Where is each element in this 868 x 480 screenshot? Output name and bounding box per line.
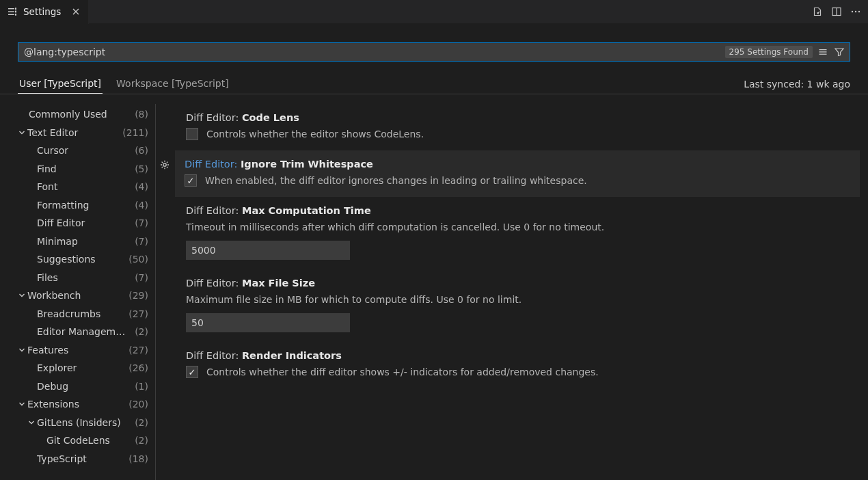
svg-rect-0 (8, 8, 14, 9)
svg-rect-3 (15, 8, 16, 10)
titlebar-actions (812, 6, 868, 17)
toc-label: Text Editor (27, 127, 120, 138)
setting-description: Maximum file size in MB for which to com… (186, 293, 850, 306)
toc-label: Debug (37, 381, 132, 392)
settings-list-icon (7, 6, 18, 17)
toc-count: (26) (128, 362, 148, 373)
checkbox-ignore-trim-whitespace[interactable] (185, 174, 197, 187)
checkbox-code-lens[interactable] (186, 128, 198, 140)
toc-label: Explorer (37, 362, 126, 373)
setting-diff-render-indicators: Diff Editor: Render Indicators Controls … (176, 342, 860, 388)
setting-diff-ignore-trim-whitespace[interactable]: Diff Editor: Ignore Trim Whitespace When… (175, 150, 860, 197)
input-max-computation-time[interactable] (186, 241, 350, 260)
toc-row[interactable]: Suggestions (50) (0, 250, 155, 269)
toc-row[interactable]: Breadcrumbs (27) (0, 305, 155, 323)
toc-count: (2) (135, 326, 148, 337)
toc-row[interactable]: Explorer (26) (0, 359, 155, 377)
toc-label: Font (37, 181, 132, 192)
toc-count: (2) (135, 435, 148, 446)
input-max-file-size[interactable] (186, 313, 350, 332)
svg-rect-4 (15, 11, 16, 13)
svg-point-10 (858, 11, 860, 12)
toc-count: (27) (128, 308, 148, 319)
toc-label: Workbench (27, 290, 126, 301)
toc-row[interactable]: Git CodeLens (2) (0, 431, 155, 450)
settings-found-count: 295 Settings Found (725, 46, 813, 58)
toc-row[interactable]: Minimap (7) (0, 232, 155, 251)
filter-icon[interactable] (833, 46, 845, 58)
titlebar: Settings (0, 0, 868, 24)
setting-description: Controls whether the diff editor shows +… (206, 365, 599, 379)
svg-rect-11 (819, 49, 827, 50)
toc-row[interactable]: Cursor (6) (0, 142, 155, 160)
clear-search-icon[interactable] (817, 46, 829, 58)
scope-tab-workspace[interactable]: Workspace [TypeScript] (115, 75, 230, 93)
toc-count: (8) (135, 109, 148, 120)
toc-row[interactable]: Diff Editor (7) (0, 214, 155, 232)
chevron-down-icon (16, 291, 27, 300)
toc-row[interactable]: Find (5) (0, 160, 155, 178)
chevron-down-icon (26, 418, 37, 427)
toc-row[interactable]: Formatting (4) (0, 196, 155, 215)
toc-label: Extensions (27, 399, 126, 410)
toc-label: Files (37, 272, 132, 283)
setting-description: Timeout in milliseconds after which diff… (186, 220, 850, 234)
toc-row[interactable]: Commonly Used (8) (0, 105, 155, 124)
toc-row[interactable]: GitLens (Insiders) (2) (0, 414, 155, 432)
toc-count: (29) (128, 290, 148, 301)
toc-count: (4) (135, 200, 148, 211)
setting-name: Max Computation Time (242, 205, 371, 216)
toc-count: (50) (128, 254, 148, 265)
toc-label: Minimap (37, 236, 132, 247)
toc-row[interactable]: Font (4) (0, 178, 155, 196)
toc-count: (4) (135, 181, 148, 192)
split-editor-icon[interactable] (831, 6, 842, 17)
toc-row[interactable]: TypeScript (18) (0, 450, 155, 468)
setting-description: When enabled, the diff editor ignores ch… (205, 174, 587, 187)
toc-row[interactable]: Debug (1) (0, 377, 155, 396)
svg-point-9 (855, 11, 856, 12)
toc-label: Diff Editor (37, 217, 132, 228)
toc-row[interactable]: Extensions (20) (0, 395, 155, 414)
more-actions-icon[interactable] (850, 6, 861, 17)
toc-count: (6) (135, 145, 148, 156)
setting-scope-label: Diff Editor: (186, 350, 242, 361)
svg-rect-12 (819, 51, 827, 52)
chevron-down-icon (16, 345, 27, 355)
open-settings-json-icon[interactable] (812, 6, 823, 17)
toc-label: Cursor (37, 145, 132, 156)
svg-rect-5 (15, 14, 16, 16)
settings-search-container: 295 Settings Found (18, 42, 850, 62)
toc-row[interactable]: Workbench (29) (0, 286, 155, 305)
toc-row[interactable]: Editor Managem… (2) (0, 323, 155, 341)
svg-point-8 (852, 11, 853, 12)
editor-tab-settings[interactable]: Settings (0, 0, 89, 24)
close-tab-button[interactable] (70, 6, 81, 17)
toc-label: Git CodeLens (46, 435, 132, 446)
scope-tab-user[interactable]: User [TypeScript] (18, 75, 103, 93)
editor-tab-title: Settings (23, 6, 61, 17)
setting-name: Max File Size (242, 278, 315, 289)
setting-name: Ignore Trim Whitespace (241, 159, 373, 170)
setting-scope-label: Diff Editor: (186, 278, 242, 289)
toc-row[interactable]: Features (27) (0, 341, 155, 360)
toc-row[interactable]: Text Editor (211) (0, 124, 155, 142)
settings-search-input[interactable] (23, 45, 725, 59)
svg-rect-1 (8, 11, 14, 12)
toc-label: GitLens (Insiders) (37, 417, 132, 428)
setting-description: Controls whether the editor shows CodeLe… (206, 127, 424, 141)
settings-scope-tabs: User [TypeScript] Workspace [TypeScript]… (0, 74, 868, 94)
setting-diff-max-file-size: Diff Editor: Max File Size Maximum file … (176, 269, 860, 342)
toc-count: (1) (135, 381, 148, 392)
setting-scope-label: Diff Editor: (185, 159, 241, 170)
checkbox-render-indicators[interactable] (186, 366, 198, 378)
setting-diff-max-computation-time: Diff Editor: Max Computation Time Timeou… (176, 197, 860, 269)
toc-label: Editor Managem… (37, 326, 132, 337)
setting-scope-label: Diff Editor: (186, 112, 242, 123)
setting-diff-code-lens: Diff Editor: Code Lens Controls whether … (176, 104, 860, 150)
toc-count: (7) (135, 236, 148, 247)
toc-label: Features (27, 345, 126, 356)
toc-count: (27) (128, 345, 148, 356)
toc-row[interactable]: Files (7) (0, 269, 155, 287)
gear-icon[interactable] (159, 159, 171, 171)
